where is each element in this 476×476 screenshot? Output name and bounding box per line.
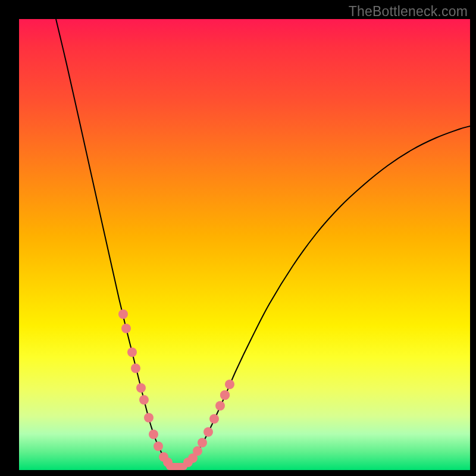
left-dots-dot [118, 309, 128, 319]
left-dots-dot [154, 441, 163, 451]
left-dots-dot [139, 395, 149, 405]
right-dots-dot [203, 427, 213, 437]
bottleneck-curve [56, 19, 470, 466]
right-dots-dot [220, 390, 230, 400]
right-dots-dot [198, 438, 207, 447]
left-dots-dot [127, 347, 137, 357]
left-dots-dot [149, 430, 158, 439]
left-dots-dot [121, 324, 131, 333]
watermark-text: TheBottleneck.com [349, 4, 468, 20]
left-dots-dot [144, 413, 154, 422]
right-dots-dot [193, 446, 202, 456]
right-dots-dot [209, 414, 219, 424]
plot-area [19, 19, 470, 470]
curve-layer [19, 19, 470, 470]
frame: TheBottleneck.com [0, 0, 476, 476]
left-dots-dot [136, 383, 146, 393]
right-dots-dot [225, 380, 234, 389]
right-dots-dot [215, 401, 225, 411]
left-dots-dot [131, 364, 140, 373]
minimum-marker [166, 463, 187, 470]
